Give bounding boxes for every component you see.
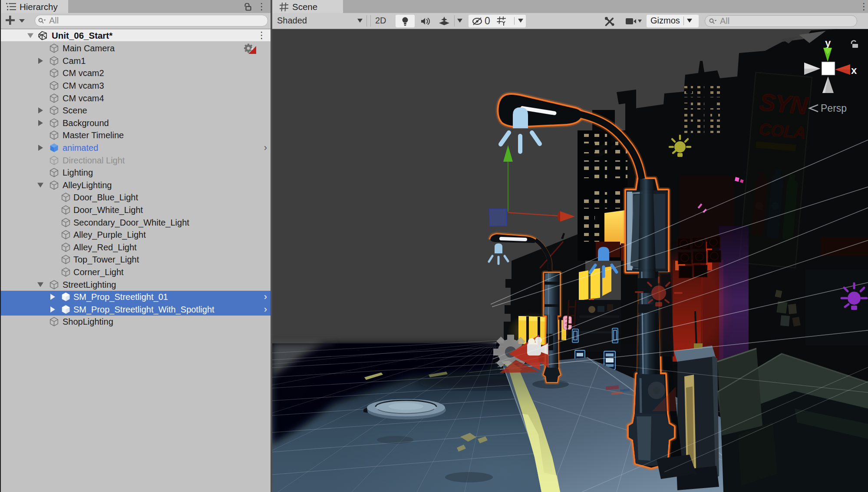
svg-text:y: y — [825, 37, 831, 49]
svg-text:Persp: Persp — [821, 103, 847, 114]
svg-text:x: x — [851, 64, 857, 76]
svg-text:SYN: SYN — [759, 88, 810, 120]
